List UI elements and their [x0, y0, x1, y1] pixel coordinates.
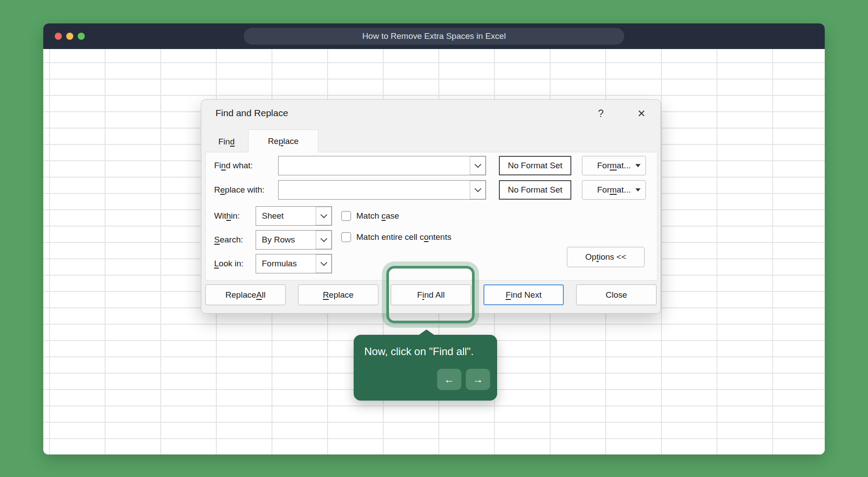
within-select[interactable]: Sheet: [256, 206, 332, 226]
page: How to Remove Extra Spaces in Excel Find…: [0, 0, 868, 477]
minimize-traffic-light[interactable]: [66, 33, 73, 40]
search-select[interactable]: By Rows: [256, 230, 332, 250]
search-dropdown-button[interactable]: [316, 231, 332, 249]
dialog-title: Find and Replace: [215, 105, 288, 121]
traffic-lights: [55, 23, 85, 49]
close-button[interactable]: Close: [576, 284, 657, 305]
right-arrow-icon: →: [473, 373, 483, 386]
replace-with-dropdown-button[interactable]: [470, 181, 486, 199]
search-label: Search:: [214, 230, 243, 250]
within-dropdown-button[interactable]: [316, 207, 332, 225]
replace-with-input[interactable]: [279, 181, 486, 199]
dropdown-caret-icon: [635, 189, 641, 192]
tooltip-text: Now, click on "Find all".: [364, 345, 474, 358]
chevron-down-icon: [474, 186, 481, 193]
find-what-label: Find what:: [214, 156, 253, 175]
match-case-checkbox[interactable]: [341, 211, 351, 221]
find-what-dropdown-button[interactable]: [470, 156, 486, 175]
zoom-traffic-light[interactable]: [78, 33, 85, 40]
look-in-select[interactable]: Formulas: [256, 254, 332, 273]
replace-with-label: Replace with:: [214, 180, 264, 200]
look-in-label: Look in:: [214, 254, 244, 273]
window-title: How to Remove Extra Spaces in Excel: [244, 28, 624, 45]
search-value: By Rows: [262, 231, 295, 249]
replace-with-combo: [278, 180, 486, 200]
options-button[interactable]: Options <<: [567, 247, 645, 267]
dropdown-caret-icon: [635, 164, 641, 167]
format-button-label: Format...: [597, 161, 630, 170]
window-titlebar: How to Remove Extra Spaces in Excel: [43, 23, 825, 49]
dialog-close-button[interactable]: ✕: [634, 106, 649, 121]
help-button[interactable]: ?: [593, 106, 609, 121]
find-next-button[interactable]: Find Next: [483, 284, 564, 305]
look-in-value: Formulas: [262, 254, 297, 273]
tab-find[interactable]: Find: [205, 132, 248, 152]
tooltip-caret: [419, 329, 434, 335]
look-in-dropdown-button[interactable]: [316, 254, 332, 273]
close-icon: ✕: [637, 108, 645, 120]
tab-replace[interactable]: Replace: [248, 129, 318, 152]
find-format-button[interactable]: Format...: [582, 156, 646, 175]
replace-format-button[interactable]: Format...: [582, 180, 646, 200]
tutorial-highlight-ring: [386, 266, 475, 323]
match-entire-cell-checkbox[interactable]: [341, 232, 351, 242]
replace-all-button[interactable]: Replace All: [205, 284, 286, 305]
find-format-preview: No Format Set: [499, 156, 571, 175]
format-button-label: Format...: [597, 185, 630, 195]
match-case-label: Match case: [356, 206, 399, 226]
find-what-input[interactable]: [279, 156, 486, 175]
replace-button[interactable]: Replace: [298, 284, 378, 305]
close-traffic-light[interactable]: [55, 33, 62, 40]
help-icon: ?: [598, 108, 604, 120]
tutorial-tooltip: Now, click on "Find all". ← →: [354, 335, 497, 401]
back-button[interactable]: ←: [437, 369, 461, 390]
left-arrow-icon: ←: [444, 373, 455, 386]
chevron-down-icon: [320, 259, 327, 266]
replace-format-preview: No Format Set: [499, 180, 571, 200]
chevron-down-icon: [320, 235, 327, 242]
find-what-combo: [278, 156, 486, 175]
within-label: Within:: [214, 206, 240, 226]
within-value: Sheet: [262, 207, 284, 225]
next-button[interactable]: →: [466, 369, 490, 390]
chevron-down-icon: [474, 161, 481, 168]
chevron-down-icon: [320, 212, 327, 219]
match-entire-cell-label: Match entire cell contents: [356, 227, 451, 247]
